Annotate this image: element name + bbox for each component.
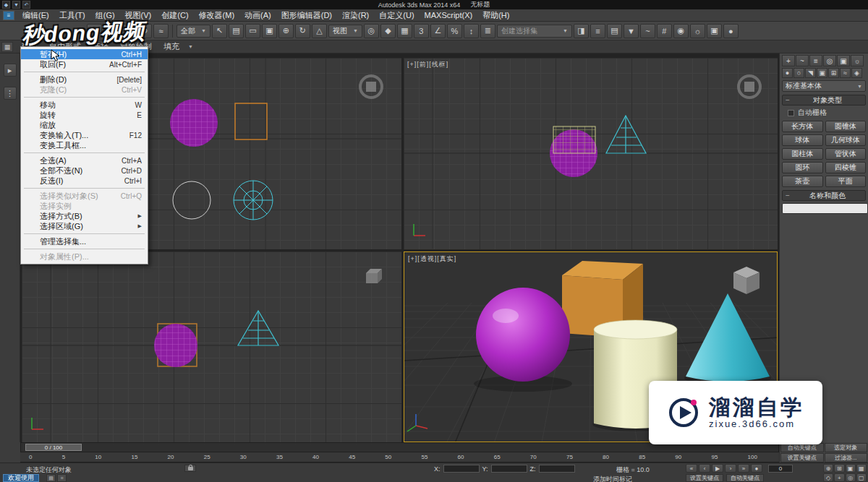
- pan-view-icon[interactable]: +: [834, 473, 844, 482]
- key-filters-button[interactable]: 过滤器...: [825, 453, 868, 462]
- select-and-manipulate-icon[interactable]: ◆: [380, 24, 396, 38]
- left-sphere-wire[interactable]: [154, 324, 197, 367]
- menu-item[interactable]: 移动 W: [21, 100, 148, 110]
- menu-item[interactable]: [24, 72, 145, 72]
- helpers-category-icon[interactable]: ⊞: [828, 68, 839, 78]
- reference-coordinate-dropdown[interactable]: 视图▼: [328, 25, 362, 38]
- menu-item[interactable]: 对象属性(P)...: [21, 251, 148, 262]
- menu-item[interactable]: 暂存(H) Ctrl+H: [21, 49, 148, 59]
- hierarchy-tab-icon[interactable]: ≡: [809, 55, 822, 66]
- go-to-start-icon[interactable]: «: [686, 464, 697, 473]
- menu-item[interactable]: 变换工具框...: [21, 140, 148, 150]
- render-production-icon[interactable]: ●: [723, 24, 739, 38]
- menu-item[interactable]: 取回(F) Alt+Ctrl+F: [21, 59, 148, 69]
- curve-editor-icon[interactable]: ~: [640, 24, 655, 38]
- primitive-button[interactable]: 球体: [782, 134, 823, 146]
- menubar-item[interactable]: 创建(C): [156, 9, 193, 21]
- geometry-category-icon[interactable]: ●: [782, 68, 793, 78]
- viewport-label-perspective[interactable]: [+][透视][真实]: [408, 254, 456, 264]
- primitive-button[interactable]: 茶壶: [782, 176, 823, 187]
- spinner-snap-icon[interactable]: ↕: [464, 24, 479, 38]
- time-tag-button[interactable]: 添加时间标记: [593, 475, 632, 482]
- snaps-toggle-icon[interactable]: 3: [414, 24, 429, 38]
- display-tab-icon[interactable]: ▣: [837, 55, 850, 66]
- zoom-all-icon[interactable]: ⊞: [834, 464, 844, 473]
- primitive-category-dropdown[interactable]: 标准基本体 ▼: [782, 80, 866, 92]
- viewport-layout-tabs-icon[interactable]: ▸: [4, 64, 17, 77]
- menu-item[interactable]: 旋转 E: [21, 110, 148, 120]
- menubar-item[interactable]: 自定义(U): [374, 9, 419, 21]
- menu-item[interactable]: 反选(I) Ctrl+I: [21, 176, 148, 186]
- menu-item[interactable]: 选择类似对象(S) Ctrl+Q: [21, 191, 148, 201]
- top-cylinder-wire[interactable]: [234, 181, 273, 220]
- welcome-button[interactable]: 欢迎使用: [3, 474, 39, 482]
- menubar-item[interactable]: 编辑(E): [17, 9, 54, 21]
- ribbon-modeling-icon[interactable]: ▦: [1, 42, 13, 52]
- app-logo-icon[interactable]: ◆: [2, 1, 10, 9]
- menubar-item[interactable]: 图形编辑器(D): [276, 9, 337, 21]
- menubar-item[interactable]: 渲染(R): [337, 9, 374, 21]
- toolbar-handle-icon[interactable]: ⋮: [4, 87, 17, 100]
- menu-item[interactable]: 管理选择集...: [21, 236, 148, 246]
- render-setup-icon[interactable]: ☼: [690, 24, 705, 38]
- menu-item[interactable]: 克隆(C) Ctrl+V: [21, 85, 148, 95]
- menu-item[interactable]: 选择方式(B) ▶: [21, 211, 148, 221]
- menu-item[interactable]: [24, 152, 145, 153]
- rendered-frame-window-icon[interactable]: ▣: [707, 24, 722, 38]
- primitive-button[interactable]: 圆锥体: [825, 121, 867, 132]
- object-type-rollout-header[interactable]: − 对象类型: [782, 95, 866, 106]
- select-and-scale-icon[interactable]: △: [312, 24, 327, 38]
- window-crossing-icon[interactable]: ▣: [262, 24, 277, 38]
- set-key-button[interactable]: 设置关键点: [780, 453, 824, 462]
- menubar-item[interactable]: 修改器(M): [194, 9, 240, 21]
- layer-manager-icon[interactable]: ▤: [607, 24, 622, 38]
- name-color-rollout-header[interactable]: − 名称和颜色: [782, 190, 866, 201]
- menubar-item[interactable]: MAXScript(X): [420, 9, 478, 21]
- menubar-item[interactable]: 动画(A): [239, 9, 276, 21]
- create-tab-icon[interactable]: +: [782, 55, 795, 66]
- next-frame-icon[interactable]: ›: [725, 464, 736, 473]
- workspace-icon[interactable]: ≡: [3, 11, 14, 20]
- key-mode-toggle-icon[interactable]: ●: [751, 464, 762, 473]
- coord-x-field[interactable]: [443, 465, 480, 473]
- ribbon-tab[interactable]: 填充: [158, 40, 185, 53]
- viewcube[interactable]: [733, 267, 760, 294]
- go-to-end-icon[interactable]: »: [738, 464, 749, 473]
- menu-item[interactable]: [24, 233, 145, 234]
- select-and-move-icon[interactable]: ⊕: [278, 24, 294, 38]
- primitive-button[interactable]: 平面: [825, 176, 867, 187]
- graphite-ribbon-toggle-icon[interactable]: ▼: [624, 24, 639, 38]
- coord-z-field[interactable]: [539, 465, 575, 473]
- motion-tab-icon[interactable]: ◎: [823, 55, 836, 66]
- viewcube[interactable]: [739, 76, 760, 98]
- modify-tab-icon[interactable]: ~: [796, 55, 809, 66]
- gizmo-box[interactable]: [366, 269, 382, 283]
- selected-dropdown[interactable]: 选定对象: [825, 443, 868, 452]
- schematic-view-icon[interactable]: #: [657, 24, 672, 38]
- viewcube[interactable]: [360, 76, 382, 98]
- menu-item[interactable]: 全部不选(N) Ctrl+D: [21, 165, 148, 176]
- primitive-button[interactable]: 长方体: [782, 121, 823, 132]
- save-icon[interactable]: ▼: [12, 1, 20, 9]
- select-by-name-icon[interactable]: ▤: [229, 24, 244, 38]
- play-animation-icon[interactable]: ▶: [712, 464, 723, 473]
- front-cone-wire[interactable]: [606, 116, 646, 153]
- set-key-small-button[interactable]: 设置关键点: [686, 474, 723, 482]
- front-box-wire[interactable]: [553, 126, 595, 153]
- primitive-button[interactable]: 圆柱体: [782, 148, 823, 160]
- previous-frame-icon[interactable]: ‹: [699, 464, 710, 473]
- undo-small-icon[interactable]: ↶: [22, 1, 30, 9]
- selection-lock-toggle[interactable]: [184, 465, 196, 472]
- edit-named-selection-sets-icon[interactable]: ≣: [480, 24, 495, 38]
- utilities-tab-icon[interactable]: ☼: [851, 55, 864, 66]
- top-cone-wire[interactable]: [173, 181, 210, 219]
- autogrid-checkbox[interactable]: [788, 110, 794, 116]
- primitive-button[interactable]: 几何球体: [825, 134, 867, 146]
- maxscript-mini-listener-icon[interactable]: ▤: [46, 474, 56, 482]
- primitive-button[interactable]: 四棱锥: [825, 162, 867, 173]
- systems-category-icon[interactable]: ◈: [851, 68, 862, 78]
- use-pivot-center-icon[interactable]: ◎: [364, 24, 379, 38]
- top-sphere-wire[interactable]: [170, 99, 218, 147]
- object-name-field[interactable]: [782, 203, 868, 214]
- ribbon-minimize-icon[interactable]: ▼: [188, 44, 193, 49]
